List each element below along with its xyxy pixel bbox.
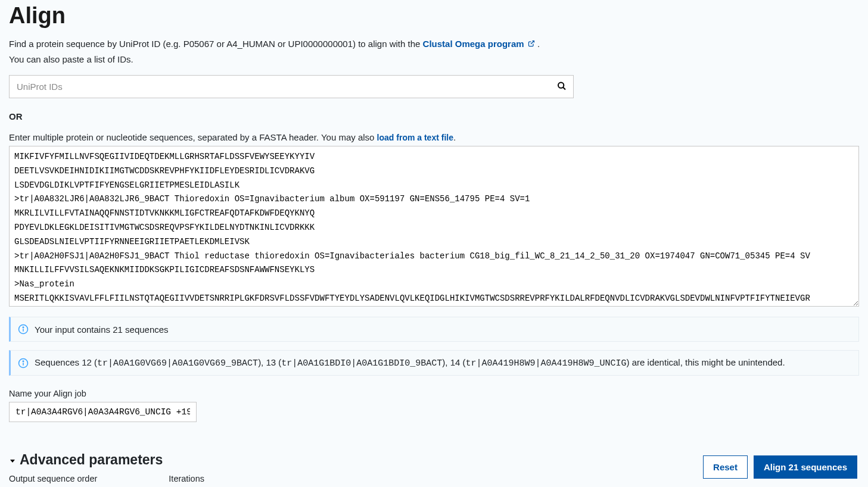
fasta-intro: Enter multiple protein or nucleotide seq…	[9, 132, 859, 142]
job-name-label: Name your Align job	[9, 389, 859, 398]
info-icon	[18, 358, 29, 369]
svg-line-0	[531, 41, 534, 45]
info-identical-text: Sequences 12 (tr|A0A1G0VG69|A0A1G0VG69_9…	[35, 357, 785, 369]
job-name-section: Name your Align job	[9, 389, 859, 422]
clustal-omega-link[interactable]: Clustal Omega program	[423, 38, 535, 51]
info-sequence-count-text: Your input contains 21 sequences	[35, 324, 169, 335]
or-separator: OR	[9, 111, 859, 121]
clustal-link-text: Clustal Omega program	[423, 39, 524, 49]
info2-m1: ), 13 (	[258, 357, 281, 367]
info2-pre: Sequences 12 (	[35, 357, 97, 367]
sequence-textarea[interactable]	[9, 146, 859, 307]
info-sequence-count: Your input contains 21 sequences	[9, 317, 859, 342]
svg-point-8	[23, 360, 24, 361]
iterations-label: Iterations	[169, 474, 204, 483]
job-name-input[interactable]	[9, 402, 197, 422]
svg-point-5	[23, 327, 24, 328]
caret-down-icon	[9, 452, 16, 468]
load-from-file-link[interactable]: load from a text file	[377, 133, 453, 142]
info2-m2: ), 14 (	[442, 357, 465, 367]
intro-line-1: Find a protein sequence by UniProt ID (e…	[9, 38, 859, 51]
info2-seq3: tr|A0A419H8W9|A0A419H8W9_UNCIG	[466, 358, 627, 369]
info2-seq2: tr|A0A1G1BDI0|A0A1G1BDI0_9BACT	[281, 358, 442, 369]
fasta-intro-pre: Enter multiple protein or nucleotide seq…	[9, 132, 377, 142]
advanced-parameters-title: Advanced parameters	[20, 452, 163, 468]
reset-button[interactable]: Reset	[703, 455, 748, 479]
info2-post: ) are identical, this might be unintende…	[627, 357, 785, 367]
intro-line-2: You can also paste a list of IDs.	[9, 53, 859, 67]
intro-text-post: .	[537, 39, 540, 49]
submit-align-button[interactable]: Align 21 sequences	[754, 455, 857, 479]
info-identical-warning: Sequences 12 (tr|A0A1G0VG69|A0A1G0VG69_9…	[9, 350, 859, 376]
external-link-icon	[527, 39, 535, 49]
intro-text-pre: Find a protein sequence by UniProt ID (e…	[9, 39, 423, 49]
fasta-intro-post: .	[453, 132, 456, 142]
output-sequence-order-label: Output sequence order	[9, 474, 97, 483]
footer-actions: Reset Align 21 sequences	[703, 455, 857, 479]
page-title: Align	[9, 3, 859, 29]
uniprot-id-search	[9, 75, 574, 98]
info-icon	[18, 324, 29, 335]
uniprot-id-input[interactable]	[9, 75, 574, 98]
info2-seq1: tr|A0A1G0VG69|A0A1G0VG69_9BACT	[97, 358, 258, 369]
